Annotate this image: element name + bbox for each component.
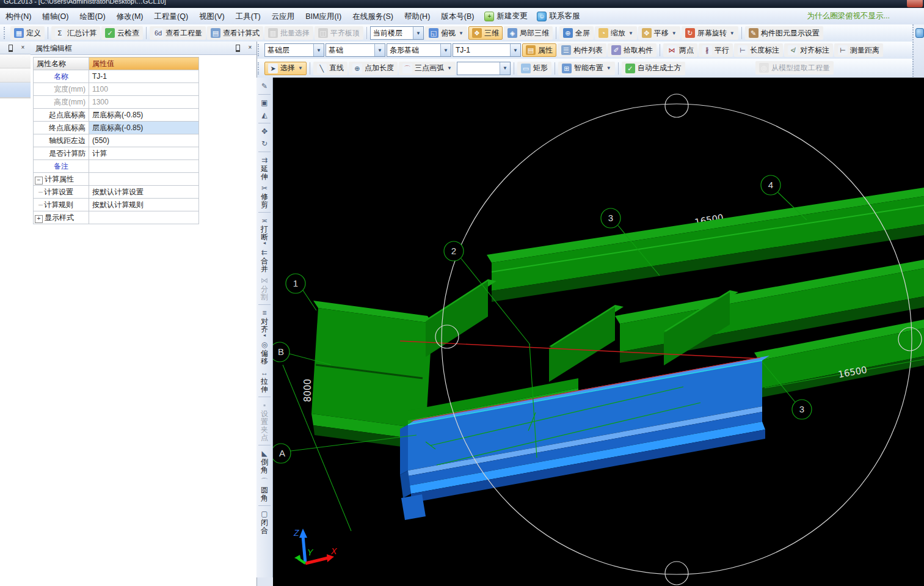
element-combo[interactable]: TJ-1▼ [453, 43, 521, 57]
menu-item[interactable]: 帮助(H) [399, 12, 435, 21]
property-value[interactable] [89, 211, 199, 224]
menu-item[interactable]: 修改(M) [111, 12, 149, 21]
align-dim-button[interactable]: ≮对齐标注 [784, 43, 833, 57]
property-value[interactable]: 1100 [89, 83, 199, 96]
cloud-check-button[interactable]: ✓云检查 [101, 26, 143, 40]
mini-panel-row[interactable] [0, 54, 31, 68]
mirror-button[interactable]: ◭ [260, 109, 270, 121]
view-formula-button[interactable]: ▤查看计算式 [207, 26, 263, 40]
menu-item[interactable]: 视图(V) [194, 12, 230, 21]
property-value[interactable]: 按默认计算设置 [89, 186, 199, 199]
toolbar-combo[interactable]: ▼ [457, 62, 511, 75]
stretch-button[interactable]: ↔拉伸 [260, 367, 270, 395]
chevron-down-icon[interactable]: ▼ [628, 31, 633, 36]
move-button[interactable]: ✥ [260, 125, 270, 137]
rectangle-button[interactable]: ▭矩形 [517, 62, 551, 75]
property-value[interactable]: 层底标高(-0.85) [89, 109, 199, 122]
two-point-button[interactable]: ⋈两点 [663, 43, 697, 57]
help-notice-link[interactable]: 为什么圈梁俯视不显示... [807, 11, 890, 21]
chevron-down-icon[interactable]: ▼ [298, 65, 303, 71]
property-value[interactable]: 按默认计算规则 [89, 199, 199, 211]
menu-item[interactable]: 构件(N) [0, 12, 37, 21]
chevron-down-icon[interactable]: ▼ [374, 44, 385, 56]
close-icon[interactable]: × [18, 43, 27, 53]
measure-button[interactable]: ⊢测量距离 [834, 43, 883, 57]
close-icon[interactable]: × [246, 43, 255, 53]
attribute-button[interactable]: ▤属性 [522, 43, 556, 57]
menu-action-button[interactable]: +新建变更 [479, 11, 532, 21]
chevron-down-icon[interactable]: ▼ [606, 65, 611, 71]
arc-button[interactable]: ⌒三点画弧▼ [399, 62, 456, 75]
property-value[interactable]: 计算 [89, 147, 199, 160]
break-button[interactable]: ≍打断◄ [260, 214, 270, 246]
line-button[interactable]: ╲直线 [313, 62, 347, 75]
menu-item[interactable]: 辅轴(O) [37, 12, 74, 21]
chevron-down-icon[interactable]: ▼ [510, 44, 520, 56]
mini-panel-row[interactable] [0, 68, 31, 82]
property-value[interactable]: TJ-1 [89, 70, 199, 83]
toolbar-grip[interactable] [258, 44, 262, 56]
menu-item[interactable]: 工具(T) [230, 12, 266, 21]
chevron-down-icon[interactable]: ▼ [730, 31, 735, 36]
toolbar-grip[interactable] [258, 62, 262, 75]
rotate-button[interactable]: ↻ [260, 137, 270, 150]
property-value[interactable]: 层底标高(-0.85) [89, 122, 199, 134]
menu-item[interactable]: BIM应用(I) [300, 12, 347, 21]
top-view-button[interactable]: ◱俯视▼ [425, 26, 467, 40]
menu-item[interactable]: 工程量(Q) [149, 12, 194, 21]
chevron-down-icon[interactable]: ▼ [413, 27, 423, 39]
menu-item[interactable]: 版本号(B) [435, 12, 479, 21]
property-value[interactable]: (550) [89, 134, 199, 147]
chevron-down-icon[interactable]: ▼ [313, 44, 324, 56]
chevron-down-icon[interactable]: ▼ [672, 31, 677, 36]
close-poly-button[interactable]: ▢闭合 [260, 508, 270, 536]
element-list-button[interactable]: ☰构件列表 [558, 43, 606, 57]
fullscreen-button[interactable]: ⊕全屏 [559, 26, 594, 40]
expand-icon[interactable]: + [35, 215, 43, 223]
mini-panel-row-selected[interactable] [0, 82, 31, 98]
copy-button[interactable]: ▣ [260, 97, 270, 109]
category-combo[interactable]: 基础▼ [326, 43, 385, 57]
menu-item[interactable]: 绘图(D) [74, 12, 111, 21]
select-button[interactable]: ➤选择▼ [264, 62, 307, 75]
align-button[interactable]: ≡对齐◄ [260, 307, 270, 339]
chevron-down-icon[interactable]: ▼ [500, 62, 510, 75]
toolbar-combo[interactable]: 当前楼层▼ [370, 26, 424, 40]
parallel-button[interactable]: ∦平行 [699, 43, 733, 57]
menu-item[interactable]: 在线服务(S) [347, 12, 399, 21]
floor-combo[interactable]: 基础层▼ [264, 43, 324, 57]
pan-button[interactable]: ✥平移▼ [638, 26, 680, 40]
sum-button[interactable]: Σ汇总计算 [51, 26, 100, 40]
merge-button[interactable]: ⇇合并 [260, 246, 270, 274]
pick-element-button[interactable]: ✐拾取构件 [608, 43, 657, 57]
zoom-button[interactable]: ◔缩放▼ [595, 26, 637, 40]
window-close-button[interactable] [907, 0, 923, 7]
offset-button[interactable]: ◎偏移 [260, 339, 270, 367]
trim-button[interactable]: ✂修剪 [260, 182, 270, 210]
extend-button[interactable]: ⇉延伸 [260, 154, 270, 182]
length-dim-button[interactable]: ⊢长度标注 [734, 43, 783, 57]
rotate-screen-button[interactable]: ↻屏幕旋转▼ [682, 26, 738, 40]
fillet-button[interactable]: ⌒圆角 [260, 475, 270, 504]
drawing-viewport[interactable]: 16500 [273, 78, 924, 586]
pin-icon[interactable] [6, 43, 15, 53]
partial-3d-button[interactable]: ◈局部三维 [504, 26, 553, 40]
smart-layout-button[interactable]: ⊞智能布置▼ [558, 62, 615, 75]
chevron-down-icon[interactable]: ▼ [447, 65, 452, 71]
three-d-button[interactable]: ❖三维 [468, 26, 503, 40]
chamfer-button[interactable]: ◣倒角 [260, 447, 270, 475]
menu-item[interactable]: 云应用 [266, 12, 300, 21]
pin-icon[interactable] [233, 43, 242, 53]
menu-action-button[interactable]: ☺联系客服 [532, 11, 584, 21]
view-quantity-button[interactable]: 6d查看工程量 [150, 26, 206, 40]
property-value[interactable] [89, 160, 199, 173]
property-value[interactable] [89, 173, 199, 186]
chevron-down-icon[interactable]: ▼ [440, 44, 451, 56]
define-button[interactable]: ▦定义 [10, 26, 45, 40]
type-combo[interactable]: 条形基础▼ [387, 43, 451, 57]
auto-earthwork-button[interactable]: ✓自动生成土方 [622, 62, 685, 75]
point-length-button[interactable]: ⊕点加长度 [349, 62, 398, 75]
property-value[interactable]: 1300 [89, 96, 199, 109]
chevron-down-icon[interactable]: ▼ [459, 31, 464, 36]
toolbar-grip[interactable] [4, 27, 8, 39]
